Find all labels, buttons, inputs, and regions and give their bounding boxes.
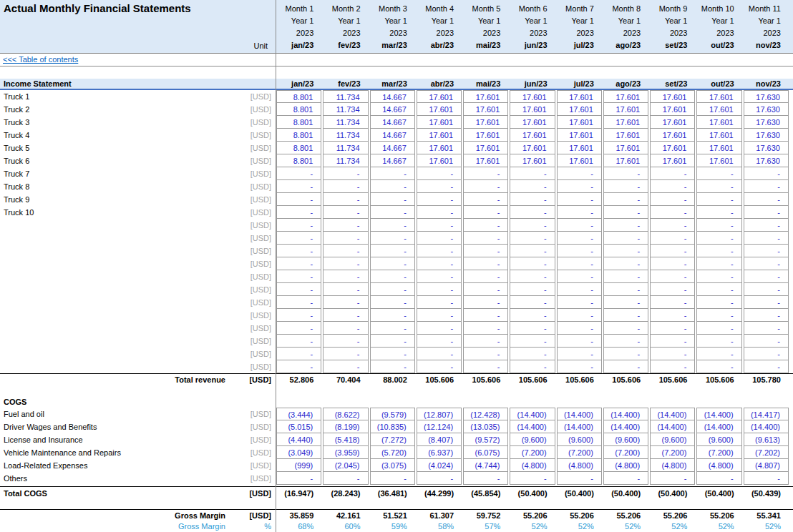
cell[interactable]: -: [323, 322, 368, 335]
cell[interactable]: -: [510, 283, 555, 296]
cell[interactable]: -: [603, 360, 648, 373]
cell[interactable]: -: [417, 335, 462, 348]
cell[interactable]: -: [323, 193, 368, 206]
cell[interactable]: 17.601: [603, 90, 648, 103]
cell[interactable]: (3.444): [276, 408, 321, 420]
cell[interactable]: (14.400): [510, 408, 555, 420]
cell[interactable]: -: [650, 296, 695, 309]
cell[interactable]: -: [557, 348, 602, 360]
cell[interactable]: -: [603, 270, 648, 283]
cell[interactable]: 17.601: [696, 142, 741, 154]
cell[interactable]: (9.572): [463, 433, 508, 446]
cell[interactable]: -: [276, 335, 321, 348]
cell[interactable]: (7.200): [696, 446, 741, 459]
cell[interactable]: -: [696, 360, 741, 373]
cell[interactable]: (5.418): [323, 433, 368, 446]
cell[interactable]: -: [276, 270, 321, 283]
cell[interactable]: -: [696, 472, 741, 485]
cell[interactable]: -: [370, 206, 415, 219]
cell[interactable]: 17.601: [696, 129, 741, 142]
cell[interactable]: -: [696, 193, 741, 206]
cell[interactable]: -: [463, 283, 508, 296]
cell[interactable]: -: [417, 193, 462, 206]
cell[interactable]: 17.601: [417, 103, 462, 116]
cell[interactable]: 17.630: [744, 142, 789, 154]
cell[interactable]: -: [744, 219, 789, 232]
cell[interactable]: 17.601: [510, 116, 555, 129]
cell[interactable]: -: [463, 232, 508, 245]
cell[interactable]: 17.601: [510, 90, 555, 103]
cell[interactable]: -: [744, 472, 789, 485]
cell[interactable]: 17.601: [510, 142, 555, 154]
cell[interactable]: 17.601: [557, 154, 602, 167]
cell[interactable]: -: [696, 180, 741, 193]
cell[interactable]: -: [557, 257, 602, 270]
cell[interactable]: 17.601: [463, 142, 508, 154]
cell[interactable]: -: [417, 296, 462, 309]
cell[interactable]: -: [557, 335, 602, 348]
cell[interactable]: -: [650, 322, 695, 335]
cell[interactable]: -: [323, 206, 368, 219]
cell[interactable]: -: [370, 245, 415, 257]
cell[interactable]: -: [276, 206, 321, 219]
cell[interactable]: (7.202): [744, 446, 789, 459]
cell[interactable]: (14.400): [603, 420, 648, 433]
cell[interactable]: -: [744, 360, 789, 373]
cell[interactable]: -: [463, 348, 508, 360]
cell[interactable]: -: [744, 167, 789, 180]
cell[interactable]: -: [276, 348, 321, 360]
cell[interactable]: 17.601: [463, 103, 508, 116]
cell[interactable]: -: [603, 309, 648, 322]
cell[interactable]: -: [323, 360, 368, 373]
cell[interactable]: -: [744, 309, 789, 322]
cell[interactable]: 17.601: [417, 90, 462, 103]
cell[interactable]: -: [276, 296, 321, 309]
cell[interactable]: -: [510, 245, 555, 257]
cell[interactable]: 17.601: [650, 116, 695, 129]
cell[interactable]: -: [696, 245, 741, 257]
cell[interactable]: -: [323, 309, 368, 322]
cell[interactable]: -: [650, 167, 695, 180]
cell[interactable]: 17.601: [650, 154, 695, 167]
cell[interactable]: (14.417): [744, 408, 789, 420]
cell[interactable]: -: [744, 257, 789, 270]
cell[interactable]: (6.937): [417, 446, 462, 459]
cell[interactable]: -: [510, 322, 555, 335]
cell[interactable]: -: [276, 472, 321, 485]
cell[interactable]: 17.601: [417, 116, 462, 129]
cell[interactable]: -: [603, 206, 648, 219]
cell[interactable]: -: [370, 335, 415, 348]
cell[interactable]: -: [557, 232, 602, 245]
cell[interactable]: -: [276, 219, 321, 232]
cell[interactable]: (9.600): [510, 433, 555, 446]
cell[interactable]: (7.200): [510, 446, 555, 459]
cell[interactable]: -: [370, 257, 415, 270]
cell[interactable]: (4.800): [696, 459, 741, 472]
cell[interactable]: 11.734: [323, 154, 368, 167]
cell[interactable]: -: [417, 232, 462, 245]
cell[interactable]: -: [323, 270, 368, 283]
cell[interactable]: (14.400): [696, 420, 741, 433]
cell[interactable]: 14.667: [370, 103, 415, 116]
cell[interactable]: 11.734: [323, 103, 368, 116]
cell[interactable]: 17.601: [603, 154, 648, 167]
cell[interactable]: (6.075): [463, 446, 508, 459]
cell[interactable]: 8.801: [276, 154, 321, 167]
cell[interactable]: -: [370, 296, 415, 309]
cell[interactable]: (4.800): [557, 459, 602, 472]
cell[interactable]: -: [557, 322, 602, 335]
cell[interactable]: -: [603, 219, 648, 232]
cell[interactable]: -: [557, 309, 602, 322]
cell[interactable]: -: [696, 219, 741, 232]
cell[interactable]: -: [603, 296, 648, 309]
cell[interactable]: -: [370, 309, 415, 322]
cell[interactable]: 17.601: [557, 129, 602, 142]
cell[interactable]: (14.400): [650, 420, 695, 433]
cell[interactable]: -: [276, 257, 321, 270]
cell[interactable]: -: [510, 232, 555, 245]
cell[interactable]: (14.400): [510, 420, 555, 433]
cell[interactable]: -: [323, 472, 368, 485]
cell[interactable]: -: [417, 257, 462, 270]
cell[interactable]: -: [417, 309, 462, 322]
cell[interactable]: -: [276, 245, 321, 257]
